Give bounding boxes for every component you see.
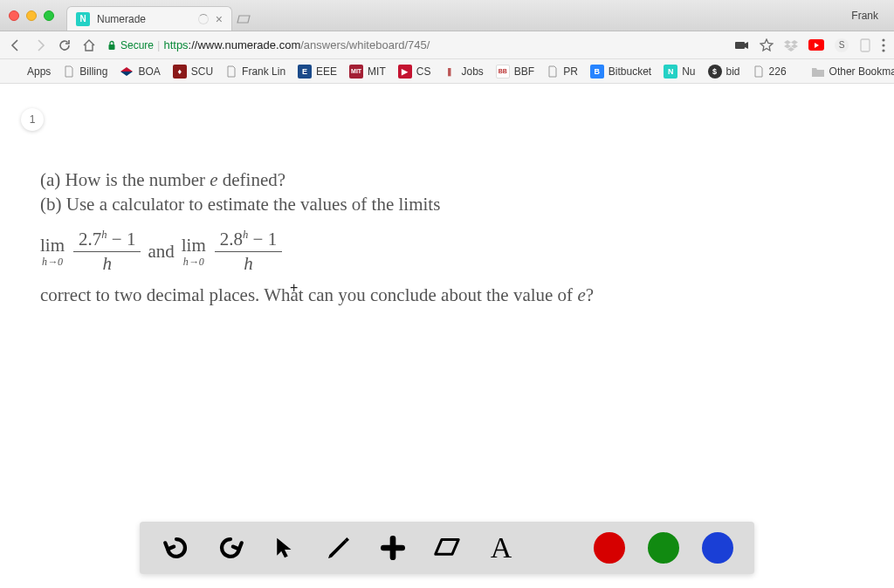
- profile-name[interactable]: Frank: [851, 10, 885, 22]
- url-text: https://www.numerade.com/answers/whitebo…: [163, 38, 430, 51]
- menu-icon[interactable]: [882, 38, 885, 52]
- svg-point-4: [882, 44, 884, 46]
- bid-icon: $: [708, 65, 722, 79]
- loading-spinner-icon: [198, 14, 209, 24]
- bookmark-bid[interactable]: $bid: [708, 65, 740, 79]
- whiteboard-toolbar: A: [140, 522, 754, 574]
- dropbox-icon[interactable]: [784, 39, 798, 51]
- window-minimize[interactable]: [26, 10, 37, 21]
- pointer-icon: [272, 533, 298, 563]
- bookmark-franklin[interactable]: Frank Lin: [225, 65, 285, 78]
- apps-shortcut[interactable]: Apps: [9, 65, 51, 79]
- bookmark-jobs[interactable]: ❚Jobs: [443, 65, 483, 79]
- color-red[interactable]: [594, 532, 625, 564]
- fraction-2: 2.8h − 1 h: [215, 229, 282, 274]
- boa-icon: [120, 65, 134, 79]
- address-bar[interactable]: Secure | https://www.numerade.com/answer…: [107, 38, 725, 51]
- jobs-icon: ❚: [443, 65, 457, 79]
- redo-icon: [216, 533, 245, 563]
- window-close[interactable]: [9, 10, 19, 21]
- scu-icon: ♦: [173, 65, 187, 79]
- bookmark-mit[interactable]: MITMIT: [349, 65, 386, 79]
- svg-rect-0: [109, 44, 115, 50]
- reload-icon[interactable]: [58, 38, 72, 52]
- eraser-tool[interactable]: [431, 532, 463, 564]
- forward-icon: [33, 38, 47, 52]
- svg-point-5: [882, 49, 884, 51]
- question-part-b: (b) Use a calculator to estimate the val…: [40, 192, 854, 216]
- bookmark-226[interactable]: 226: [753, 65, 787, 78]
- limit-2: lim h→0: [182, 236, 206, 267]
- bookmark-scu[interactable]: ♦SCU: [173, 65, 213, 79]
- svg-rect-1: [735, 42, 745, 49]
- secure-label: Secure: [120, 39, 154, 51]
- secure-indicator: Secure: [107, 39, 154, 51]
- svg-point-3: [882, 38, 884, 41]
- bookmark-bbf[interactable]: BBBBF: [496, 65, 534, 79]
- star-icon[interactable]: [760, 38, 774, 52]
- bookmark-nu[interactable]: NNu: [664, 65, 695, 79]
- fraction-1: 2.7h − 1 h: [73, 229, 141, 274]
- limit-1: lim h→0: [40, 236, 65, 267]
- window-titlebar: N Numerade × Frank: [0, 0, 894, 31]
- folder-icon: [811, 65, 825, 78]
- page-icon: [225, 65, 237, 78]
- extension-s-icon[interactable]: S: [835, 38, 849, 52]
- video-icon[interactable]: [735, 40, 749, 51]
- lock-icon: [107, 40, 117, 51]
- page-icon: [547, 65, 559, 78]
- undo-button[interactable]: [161, 532, 192, 564]
- bookmark-cs[interactable]: ▶CS: [398, 65, 431, 79]
- question-part-a: (a) How is the number e defined?: [40, 168, 854, 192]
- back-icon[interactable]: [9, 38, 23, 52]
- other-bookmarks[interactable]: Other Bookmarks: [811, 65, 894, 78]
- tab-title: Numerade: [97, 13, 198, 25]
- browser-toolbar: Secure | https://www.numerade.com/answer…: [0, 31, 894, 59]
- question-text: (a) How is the number e defined? (b) Use…: [0, 84, 894, 307]
- numerade-icon: N: [664, 65, 677, 79]
- home-icon[interactable]: [82, 38, 96, 52]
- page-icon: [753, 65, 765, 78]
- bitbucket-icon: B: [590, 65, 604, 79]
- pencil-tool[interactable]: [323, 532, 354, 564]
- new-tab-icon[interactable]: [236, 10, 253, 28]
- mit-icon: MIT: [349, 65, 363, 79]
- window-controls: [9, 10, 54, 21]
- color-black[interactable]: [540, 532, 571, 564]
- bbf-icon: BB: [496, 65, 510, 79]
- tab-favicon: N: [76, 12, 90, 26]
- browser-tab[interactable]: N Numerade ×: [66, 6, 232, 31]
- bookmark-boa[interactable]: BOA: [120, 65, 160, 79]
- page-icon: [63, 65, 75, 78]
- svg-rect-2: [861, 39, 870, 51]
- eee-icon: E: [298, 65, 312, 79]
- youtube-icon[interactable]: [808, 39, 824, 51]
- math-expression: lim h→0 2.7h − 1 h and lim h→0 2.8h − 1 …: [40, 229, 854, 274]
- bookmark-bitbucket[interactable]: BBitbucket: [590, 65, 651, 79]
- page-content: 1 (a) How is the number e defined? (b) U…: [0, 84, 894, 588]
- undo-icon: [162, 533, 191, 563]
- tab-close-icon[interactable]: ×: [216, 12, 223, 26]
- slide-number-badge[interactable]: 1: [21, 108, 44, 131]
- device-icon[interactable]: [859, 38, 871, 52]
- add-tool[interactable]: [377, 532, 409, 564]
- window-maximize[interactable]: [44, 10, 54, 21]
- plus-icon: [379, 534, 407, 562]
- bookmark-pr[interactable]: PR: [547, 65, 578, 78]
- question-conclusion: correct to two decimal places. What can …: [40, 283, 854, 307]
- pointer-tool[interactable]: [269, 532, 300, 564]
- bookmarks-bar: Apps Billing BOA ♦SCU Frank Lin EEEE MIT…: [0, 59, 894, 84]
- color-blue[interactable]: [702, 532, 733, 564]
- redo-button[interactable]: [215, 532, 246, 564]
- pencil-icon: [325, 534, 353, 562]
- bookmark-billing[interactable]: Billing: [63, 65, 107, 78]
- cs-icon: ▶: [398, 65, 412, 79]
- color-green[interactable]: [648, 532, 679, 564]
- apps-icon: [9, 65, 23, 79]
- bookmark-eee[interactable]: EEEE: [298, 65, 337, 79]
- bm-label: Apps: [27, 65, 51, 78]
- and-text: and: [148, 239, 174, 263]
- text-icon: A: [491, 531, 512, 564]
- eraser-icon: [431, 536, 463, 560]
- text-tool[interactable]: A: [485, 532, 517, 564]
